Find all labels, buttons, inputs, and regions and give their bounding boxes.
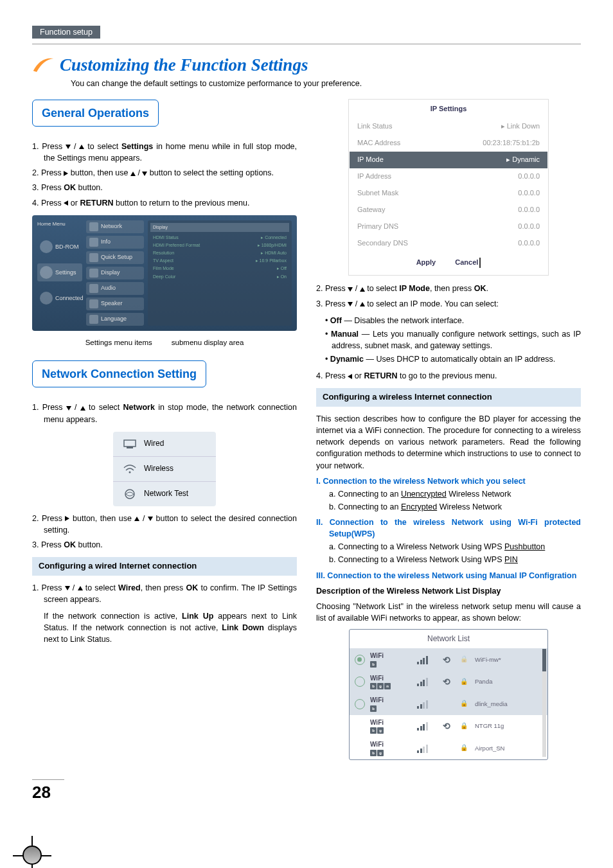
wired-note: If the network connection is active, Lin… <box>32 610 297 645</box>
disc-icon <box>40 240 53 253</box>
lock-icon: 🔒 <box>458 743 470 753</box>
header-rule <box>32 44 581 44</box>
settings-screenshot: Home Menu BD-ROM Settings Connected Netw… <box>32 215 297 331</box>
svg-point-3 <box>125 490 134 499</box>
scrollbar[interactable] <box>542 649 546 757</box>
network-menu-screenshot: Wired Wireless Network Test <box>113 432 216 506</box>
sub-item: a. Connecting to a Wireless Network Usin… <box>316 541 581 553</box>
lock-icon: 🔒 <box>458 699 470 709</box>
step: 3. Press OK button. <box>32 182 297 193</box>
network-list-row[interactable]: WiFi bg 🔒 Airport_SN <box>350 737 547 759</box>
bullet: Off — Disables the network interface. <box>325 315 581 326</box>
radio-icon <box>355 677 365 687</box>
roman-i: I. Connection to the wireless Network wh… <box>316 475 581 487</box>
step: 3. Press OK button. <box>32 539 297 551</box>
radio-icon <box>355 699 365 709</box>
roman-iii: III. Connection to the wireless Network … <box>316 570 581 581</box>
step: 1. Press / to select Network in stop mod… <box>32 402 297 425</box>
bullet: Dynamic — Uses DHCP to automatically obt… <box>325 353 581 365</box>
step: 3. Press / to select an IP mode. You can… <box>316 298 581 310</box>
page-number: 28 <box>32 779 64 802</box>
step: 1. Press / to select Wired, then press O… <box>32 582 297 605</box>
step: 1. Press / to select Settings in home me… <box>32 141 297 164</box>
wireless-list-desc: Choosing "Network List" in the wireless … <box>316 601 581 624</box>
step: 2. Press button, then use / button to se… <box>32 513 297 536</box>
ip-settings-screenshot: IP Settings Link Status▸Link Down MAC Ad… <box>349 100 548 275</box>
subheading-wired: Configuring a wired Internet connection <box>32 557 297 576</box>
globe-icon <box>40 292 53 305</box>
network-list-row[interactable]: WiFi b 🔒 dlink_media <box>350 693 547 715</box>
page-title: Customizing the Function Settings <box>60 55 308 75</box>
wps-icon: ⟲ <box>440 720 453 732</box>
network-list-row[interactable]: WiFi bgn ⟲ 🔒 Panda <box>350 671 547 693</box>
step: 4. Press or RETURN to go to the previous… <box>316 370 581 382</box>
network-list-row[interactable]: WiFi bg ⟲ 🔒 NTGR 11g <box>350 715 547 738</box>
header-section: Function setup <box>32 26 100 39</box>
step: 4. Press or RETURN button to return to t… <box>32 197 297 209</box>
lock-icon: 🔒 <box>458 677 470 687</box>
bullet: Manual — Lets you manually configure net… <box>325 328 581 351</box>
lock-icon: 🔒 <box>458 722 470 731</box>
wifi-icon <box>122 463 138 475</box>
svg-point-2 <box>129 471 131 473</box>
svg-rect-1 <box>127 447 133 448</box>
network-test-icon <box>122 488 138 500</box>
radio-selected-icon <box>355 655 365 665</box>
cancel-button[interactable]: Cancel <box>455 258 481 268</box>
wireless-intro: This section describes how to configure … <box>316 413 581 472</box>
gear-icon <box>40 266 53 279</box>
svg-rect-0 <box>124 440 136 447</box>
wps-icon: ⟲ <box>440 675 453 688</box>
apply-button[interactable]: Apply <box>416 258 436 268</box>
screenshot-caption: Settings menu itemssubmenu display area <box>32 337 297 348</box>
lock-icon: 🔒 <box>458 655 470 664</box>
network-list-row[interactable]: WiFi b ⟲ 🔒 WiFi-mw* <box>350 648 547 671</box>
section-general-operations: General Operations <box>32 100 159 127</box>
roman-ii: II. Connection to the wireless Network u… <box>316 517 581 540</box>
step: 2. Press button, then use / button to se… <box>32 167 297 179</box>
subheading-wireless: Configuring a wireless Internet connecti… <box>316 388 581 407</box>
wps-icon: ⟲ <box>440 653 453 666</box>
sub-item: b. Connecting to an Encrypted Wireless N… <box>316 501 581 513</box>
wireless-list-desc-title: Description of the Wireless Network List… <box>316 585 581 597</box>
step: 2. Press / to select IP Mode, then press… <box>316 283 581 294</box>
section-network-connection: Network Connection Setting <box>32 360 206 387</box>
ethernet-icon <box>122 438 138 450</box>
sub-item: b. Connecting to a Wireless Network Usin… <box>316 554 581 565</box>
page-subtitle: You can change the default settings to c… <box>71 79 581 88</box>
sub-item: a. Connecting to an Unencrypted Wireless… <box>316 488 581 500</box>
network-list-screenshot: Network List WiFi b ⟲ 🔒 WiFi-mw* WiFi bg… <box>349 629 548 760</box>
title-swoosh-icon <box>32 54 55 76</box>
